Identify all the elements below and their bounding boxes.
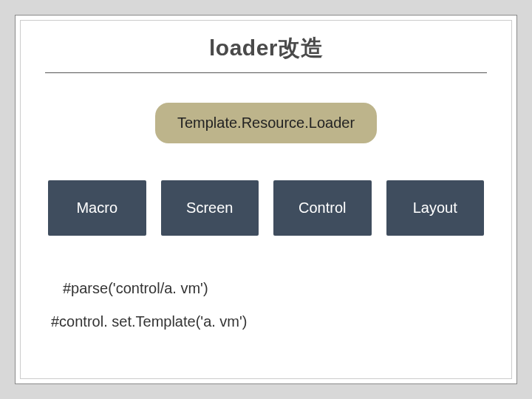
code-line-parse: #parse('control/a. vm') xyxy=(63,280,487,297)
slide: loader改造 Template.Resource.Loader Macro … xyxy=(15,15,517,384)
subtype-row: Macro Screen Control Layout xyxy=(45,180,487,236)
title-divider xyxy=(45,72,487,73)
box-screen: Screen xyxy=(161,180,259,236)
box-macro: Macro xyxy=(48,180,146,236)
box-layout: Layout xyxy=(386,180,485,236)
slide-title: loader改造 xyxy=(45,33,487,64)
code-line-settemplate: #control. set.Template('a. vm') xyxy=(51,313,487,330)
template-loader-box: Template.Resource.Loader xyxy=(155,103,377,143)
box-control: Control xyxy=(273,180,372,236)
